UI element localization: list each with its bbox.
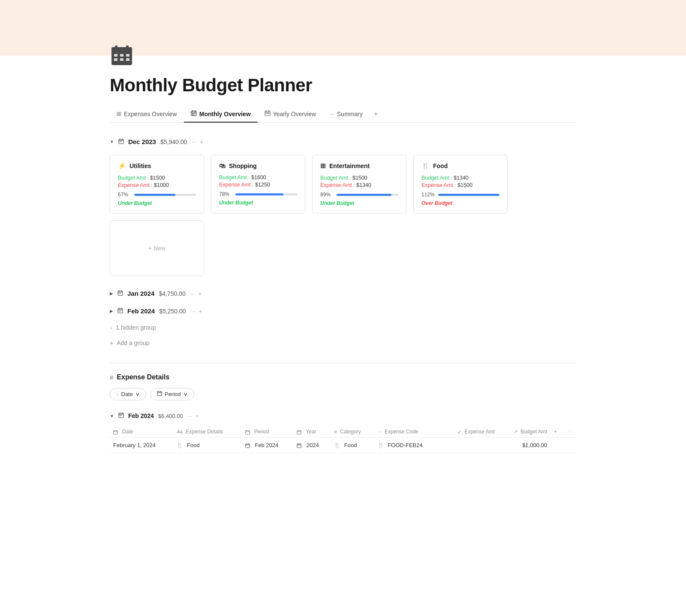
expense-amt-utilities: Expense Amt : $1000 [118,182,196,188]
progress-bar-fill-food [438,194,499,196]
status-food: Over Budget [421,200,499,206]
bag-icon: 🛍 [219,162,226,169]
svg-rect-52 [120,415,120,416]
table-group-feb2024[interactable]: ▼ Feb 2024 $6,400.00 ··· + [110,409,576,423]
fork-knife-icon-cell: 🍴 [177,442,183,448]
svg-rect-35 [121,290,122,291]
svg-rect-28 [120,138,120,140]
svg-rect-6 [126,54,129,57]
budget-amt-food: Budget Amt : $1340 [421,175,499,181]
toggle-expand-feb2024[interactable]: ▶ [110,309,113,313]
calendar-icon-table-group [118,412,124,419]
tab-add-button[interactable]: + [370,107,382,121]
col-dots[interactable]: ··· [563,426,576,438]
tab-summary[interactable]: ··· Summary [323,106,370,123]
svg-rect-4 [114,54,117,57]
group-amount-dec2023: $5,940.00 [160,138,187,145]
cell-expense-code: 🍴 FOOD-FEB24 [374,438,442,453]
group-name-dec2023: Dec 2023 [128,138,156,145]
calendar-icon-period-filter [157,391,162,397]
add-card-feb2024[interactable]: + [199,308,202,315]
svg-rect-72 [298,444,299,445]
expense-amt-shopping: Expense Amt : $1250 [219,182,297,188]
expense-details-table: Date Aa Expense Details Period Year [110,426,576,453]
tab-yearly-overview[interactable]: Yearly Overview [258,106,323,123]
cell-year: 2024 [293,438,331,453]
table-group-name: Feb 2024 [128,412,154,419]
svg-rect-69 [248,444,249,445]
col-period: Period [242,426,293,438]
table-group-toggle-icon[interactable]: ▼ [110,414,114,418]
tab-expenses-overview[interactable]: ⊞ Expenses Overview [110,106,184,123]
col-expense-details: Aa Expense Details [173,426,241,438]
period-filter-btn[interactable]: Period ∨ [150,388,194,400]
svg-rect-43 [120,310,121,311]
fork-knife-icon: 🍴 [421,162,430,170]
page-container: Monthly Budget Planner ⊞ Expenses Overvi… [94,43,592,479]
svg-rect-41 [121,308,122,309]
date-filter-btn[interactable]: ↑ Date ∨ [110,388,146,400]
add-group-icon: + [110,340,113,346]
table-icon: ⊞ [117,111,121,117]
hidden-group-toggle-icon[interactable]: ↓ [110,325,112,331]
table-group-actions: ··· + [187,413,199,419]
new-card-dec2023[interactable]: + New [110,220,204,276]
hidden-group-row[interactable]: ↓ 1 hidden group [110,322,576,334]
page-title: Monthly Budget Planner [110,75,576,96]
status-entertainment: Under Budget [320,200,398,206]
add-card-dec2023[interactable]: + [200,138,203,145]
svg-rect-44 [157,392,162,396]
calendar-icon-cell-year [297,442,304,448]
card-shopping: 🛍 Shopping Budget Amt : $1600 Expense Am… [211,155,305,213]
svg-rect-13 [195,111,196,112]
toggle-expand-jan2024[interactable]: ▶ [110,291,113,296]
calendar-icon-yearly [265,110,271,117]
cell-add-empty [551,438,563,453]
cell-date: February 1, 2024 [110,438,173,453]
progress-shopping: 78% [219,191,297,197]
progress-food: 112% [421,192,499,198]
svg-rect-42 [119,310,120,311]
svg-rect-16 [195,113,196,114]
cell-period: Feb 2024 [242,438,293,453]
svg-rect-30 [120,141,120,142]
calendar-icon-col-period [245,429,253,434]
svg-rect-5 [120,54,123,57]
svg-rect-56 [114,430,115,431]
svg-rect-62 [297,430,301,434]
svg-rect-47 [160,391,161,392]
group-feb-2024[interactable]: ▶ Feb 2024 $5,250.00 ··· + [110,304,576,318]
toggle-expand-dec2023[interactable]: ▼ [110,139,114,144]
calendar-icon-col-date [113,429,120,434]
dots-menu-dec2023[interactable]: ··· [191,138,196,145]
add-group-button[interactable]: + Add a group [110,337,576,349]
chevron-down-icon-period: ∨ [184,391,188,397]
calendar-icon-cell-period [245,442,253,448]
dots-menu-jan2024[interactable]: ··· [190,290,195,297]
group-amount-jan2024: $4,750.00 [159,290,185,297]
group-dec-2023[interactable]: ▼ Dec 2023 $5,940.00 ··· + [110,135,576,149]
svg-rect-14 [192,113,193,114]
dots-menu-table-group[interactable]: ··· [187,413,192,419]
svg-rect-34 [119,290,120,291]
page-icon [110,43,576,68]
card-utilities: ⚡ Utilities Budget Amt : $1500 Expense A… [110,155,204,213]
fork-knife-icon-category: 🍴 [334,442,340,448]
tab-monthly-overview[interactable]: Monthly Overview [184,106,258,123]
table-row: February 1, 2024 🍴 Food Feb 2024 20 [110,438,576,453]
progress-utilities: 67% [118,192,196,198]
card-title-food: 🍴 Food [421,162,499,170]
cell-category: 🍴 Food [331,438,374,453]
group-jan-2024[interactable]: ▶ Jan 2024 $4,750.00 ··· + [110,286,576,300]
add-row-table-group[interactable]: + [196,413,199,419]
group-actions-jan2024: ··· + [190,290,202,297]
progress-bar-fill-shopping [235,193,283,195]
add-column-icon[interactable]: + [554,429,557,435]
dots-menu-feb2024[interactable]: ··· [190,308,196,315]
add-card-jan2024[interactable]: + [198,290,202,297]
more-options-col-icon[interactable]: ··· [566,429,573,435]
dots-icon-col: ··· [378,429,382,434]
col-add[interactable]: + [551,426,563,438]
svg-rect-50 [120,412,120,414]
card-title-utilities: ⚡ Utilities [118,162,196,170]
